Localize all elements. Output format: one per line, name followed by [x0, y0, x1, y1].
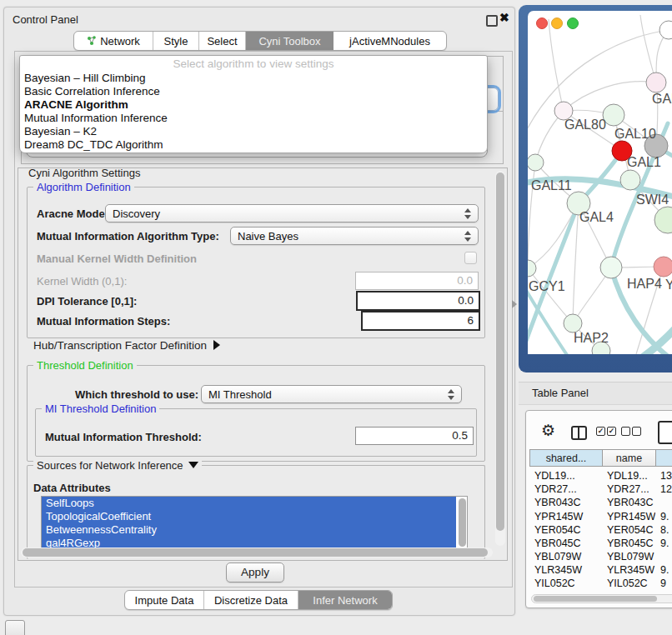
- float-window-icon[interactable]: [486, 15, 498, 27]
- attribute-item-selected[interactable]: TopologicalCoefficient: [42, 510, 456, 523]
- control-panel-tabbar: Network Style Select Cyni Toolbox jActiv…: [73, 31, 447, 51]
- tab-impute-data[interactable]: Impute Data: [125, 591, 204, 609]
- node-label: GAL10: [614, 127, 656, 141]
- node-label: GAL4: [579, 210, 614, 224]
- which-threshold-label: Which threshold to use:: [75, 388, 198, 401]
- tab-discretize-data[interactable]: Discretize Data: [204, 591, 298, 609]
- stepper-icon: [464, 231, 472, 242]
- settings-vertical-scrollbar[interactable]: [495, 171, 505, 546]
- aracne-mode-label: Aracne Mode:: [37, 208, 108, 220]
- node-green[interactable]: [620, 170, 640, 190]
- node-gal11[interactable]: [528, 154, 544, 171]
- network-icon: [87, 36, 97, 46]
- tab-select[interactable]: Select: [199, 32, 246, 50]
- window-minimize-icon[interactable]: [551, 18, 563, 29]
- tab-infer-network[interactable]: Infer Network: [298, 591, 392, 609]
- node-label: GCY1: [529, 279, 565, 293]
- stepper-icon: [464, 208, 472, 219]
- settings-group-title: Cyni Algorithm Settings: [25, 168, 143, 179]
- mi-steps-field[interactable]: 6: [361, 311, 480, 331]
- node-label: Y: [665, 278, 672, 292]
- tab-cyni-toolbox[interactable]: Cyni Toolbox: [246, 32, 333, 50]
- kernel-width-field[interactable]: 0.0: [355, 272, 479, 290]
- node-salmon[interactable]: [654, 257, 672, 277]
- window-close-icon[interactable]: [536, 18, 548, 29]
- deselect-all-icon[interactable]: [632, 427, 641, 436]
- network-canvas[interactable]: GAL GAL80 GAL10 GAL1 GAL11 SWI4 GAL4 GCY…: [528, 11, 672, 354]
- dropdown-item[interactable]: Dream8 DC_TDC Algorithm: [23, 138, 484, 152]
- dropdown-item-selected[interactable]: ARACNE Algorithm: [23, 98, 484, 112]
- node-gal10[interactable]: [603, 104, 624, 126]
- node-hap2[interactable]: [564, 314, 582, 332]
- select-all-icon[interactable]: ✓: [607, 427, 616, 436]
- expander-expanded-icon: [188, 462, 198, 468]
- select-all-icon[interactable]: ✓: [596, 427, 605, 436]
- close-icon[interactable]: ✖: [499, 11, 509, 24]
- node-swi4[interactable]: [654, 207, 672, 233]
- expander-collapsed-icon: [213, 340, 220, 350]
- aracne-mode-combo[interactable]: Discovery: [105, 204, 479, 222]
- mi-type-combo[interactable]: Naive Bayes: [230, 227, 479, 245]
- manual-kernel-label: Manual Kernel Width Definition: [37, 252, 197, 265]
- node-label: SWI4: [636, 192, 669, 207]
- hub-expander[interactable]: Hub/Transcription Factor Definition: [33, 339, 220, 352]
- tab-jactivemnodules[interactable]: jActiveMNodules: [333, 32, 446, 50]
- mi-threshold-field[interactable]: 0.5: [355, 427, 474, 445]
- mi-threshold-group-title: MI Threshold Definition: [42, 402, 159, 415]
- data-attributes-list: SelfLoops TopologicalCoefficient Between…: [41, 496, 468, 550]
- manual-kernel-checkbox[interactable]: [464, 252, 477, 264]
- node-label: GAL: [652, 92, 672, 106]
- window-zoom-icon[interactable]: [567, 18, 579, 29]
- dropdown-item[interactable]: Bayesian – K2: [23, 125, 484, 138]
- mi-threshold-label: Mutual Information Threshold:: [45, 431, 202, 443]
- node-gal-partial[interactable]: [646, 72, 666, 92]
- node-gcy1[interactable]: [528, 260, 536, 277]
- node-partial-top[interactable]: [659, 21, 672, 39]
- network-view-window: GAL GAL80 GAL10 GAL1 GAL11 SWI4 GAL4 GCY…: [528, 11, 672, 354]
- column-header-shared-name[interactable]: shared...: [529, 449, 603, 467]
- table-horizontal-scrollbar[interactable]: [531, 594, 672, 603]
- node-label: GAL80: [564, 118, 606, 132]
- stepper-icon: [448, 389, 455, 400]
- dpi-tolerance-label: DPI Tolerance [0,1]:: [37, 295, 137, 308]
- data-attributes-label: Data Attributes: [33, 482, 111, 494]
- algorithm-dropdown-list: Select algorithm to view settings Bayesi…: [19, 55, 488, 153]
- column-header-name[interactable]: name: [602, 449, 656, 467]
- attribute-item-selected[interactable]: BetweennessCentrality: [42, 523, 456, 537]
- dropdown-item[interactable]: Basic Correlation Inference: [23, 85, 484, 98]
- table-panel-header: Table Panel: [519, 382, 672, 405]
- panel-collapse-handle[interactable]: [512, 300, 517, 308]
- node-label: HAP2: [574, 331, 609, 345]
- threshold-definition-title: Threshold Definition: [33, 359, 137, 372]
- gear-icon[interactable]: ⚙: [541, 422, 555, 438]
- node-hap4[interactable]: [600, 257, 622, 278]
- cyni-bottom-tabbar: Impute Data Discretize Data Infer Networ…: [124, 590, 393, 610]
- column-layout-icon[interactable]: [571, 426, 587, 440]
- panel-title: Control Panel: [13, 13, 78, 26]
- settings-horizontal-scrollbar[interactable]: [21, 548, 493, 558]
- dropdown-item[interactable]: Mutual Information Inference: [23, 112, 484, 125]
- tab-network[interactable]: Network: [74, 32, 153, 50]
- node-label: HAP4: [627, 277, 662, 291]
- mi-type-label: Mutual Information Algorithm Type:: [37, 230, 219, 242]
- mi-steps-label: Mutual Information Steps:: [37, 315, 170, 328]
- partial-toolbar-button[interactable]: [5, 620, 25, 635]
- table-panel-window: ⚙ ✓ ✓ shared... name A YDL19... YDL19...…: [525, 410, 672, 608]
- table-mode-icon[interactable]: [658, 421, 672, 444]
- which-threshold-combo[interactable]: MI Threshold: [201, 385, 462, 403]
- column-header-partial[interactable]: A: [655, 449, 672, 467]
- node-label: GAL1: [627, 155, 661, 169]
- attribute-item-selected[interactable]: SelfLoops: [42, 497, 456, 510]
- control-panel-window: Control Panel ✖ Network Style Select Cyn…: [3, 7, 515, 616]
- deselect-all-icon[interactable]: [621, 427, 630, 436]
- table-panel-title: Table Panel: [532, 387, 589, 399]
- list-scrollbar[interactable]: [459, 498, 466, 547]
- dpi-tolerance-field[interactable]: 0.0: [356, 291, 480, 311]
- dropdown-item[interactable]: Bayesian – Hill Climbing: [23, 72, 484, 85]
- tab-style[interactable]: Style: [153, 32, 199, 50]
- dropdown-placeholder: Select algorithm to view settings: [20, 58, 487, 70]
- sources-group-title[interactable]: Sources for Network Inference: [33, 459, 202, 472]
- kernel-width-label: Kernel Width (0,1):: [37, 275, 127, 288]
- apply-button[interactable]: Apply: [226, 562, 284, 582]
- cyni-algorithm-settings-group: Cyni Algorithm Settings Algorithm Defini…: [18, 168, 508, 561]
